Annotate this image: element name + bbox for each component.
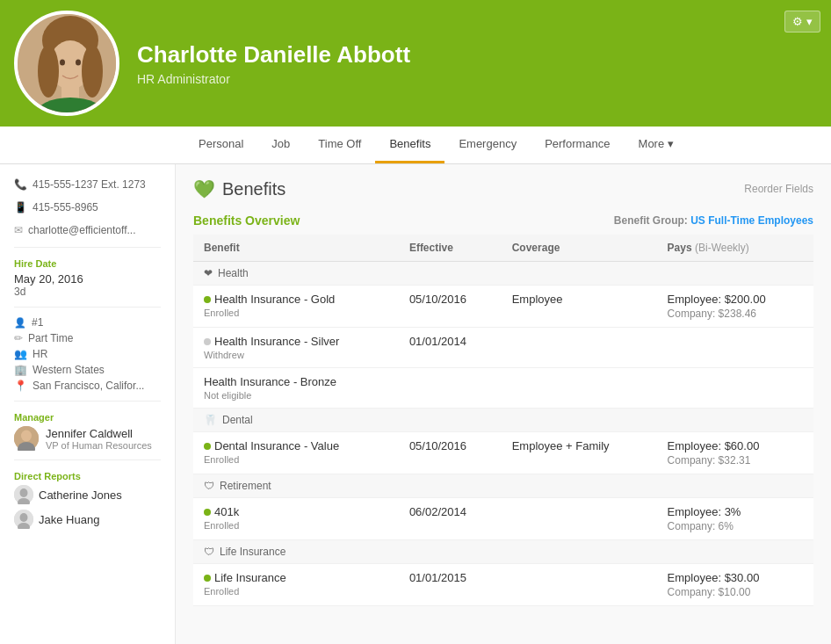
category-dental: 🦷Dental bbox=[193, 409, 813, 432]
header: Charlotte Danielle Abbott HR Administrat… bbox=[0, 0, 831, 127]
content-area: 💚 Benefits Reorder Fields Benefits Overv… bbox=[176, 164, 831, 644]
email-value: charlotte@efficientoff... bbox=[28, 224, 135, 236]
division-icon: 🏢 bbox=[14, 364, 27, 376]
phone-office-value: 415-555-1237 Ext. 1273 bbox=[33, 178, 146, 191]
tab-more[interactable]: More ▾ bbox=[625, 127, 688, 163]
svg-point-7 bbox=[60, 60, 65, 66]
direct-report-jake: Jake Huang bbox=[14, 510, 161, 529]
person-icon-jake bbox=[14, 510, 33, 529]
svg-point-3 bbox=[38, 45, 59, 98]
employee-title: HR Administrator bbox=[137, 72, 817, 86]
table-row: Dental Insurance - Value Enrolled 05/10/… bbox=[193, 432, 813, 474]
benefit-group-info: Benefit Group: US Full-Time Employees bbox=[614, 214, 813, 227]
employee-number: #1 bbox=[32, 316, 43, 329]
employment-type: Part Time bbox=[28, 332, 73, 344]
location: San Francisco, Califor... bbox=[33, 380, 144, 392]
category-retirement: 🛡Retirement bbox=[193, 474, 813, 498]
sidebar-phone-office: 📞 415-555-1237 Ext. 1273 bbox=[14, 178, 161, 191]
manager-name: Jennifer Caldwell bbox=[46, 427, 152, 440]
category-life-insurance: 🛡Life Insurance bbox=[193, 540, 813, 564]
manager-title: VP of Human Resources bbox=[46, 440, 152, 451]
tab-personal[interactable]: Personal bbox=[184, 127, 257, 163]
benefits-table: Benefit Effective Coverage Pays (Bi-Week… bbox=[193, 235, 813, 606]
svg-point-16 bbox=[20, 513, 28, 522]
manager-row: Jennifer Caldwell VP of Human Resources bbox=[14, 426, 161, 451]
table-row: 401k Enrolled 06/02/2014 Employee: 3% Co… bbox=[193, 498, 813, 540]
department: HR bbox=[33, 348, 47, 360]
enrolled-dot bbox=[204, 575, 211, 582]
tab-emergency[interactable]: Emergency bbox=[444, 127, 531, 163]
content-header: 💚 Benefits Reorder Fields bbox=[193, 178, 813, 199]
tab-benefits[interactable]: Benefits bbox=[375, 127, 444, 163]
withdrew-dot bbox=[204, 338, 211, 345]
svg-point-8 bbox=[76, 60, 81, 66]
department-icon: 👥 bbox=[14, 348, 27, 360]
enrolled-dot bbox=[204, 443, 211, 450]
hire-date-value: May 20, 2016 bbox=[14, 272, 161, 286]
page-title-row: 💚 Benefits bbox=[193, 178, 285, 199]
direct-reports-label: Direct Reports bbox=[14, 471, 161, 481]
table-row: Life Insurance Enrolled 01/01/2015 Emplo… bbox=[193, 564, 813, 606]
phone-office-icon: 📞 bbox=[14, 178, 27, 191]
phone-mobile-value: 415-555-8965 bbox=[33, 201, 98, 213]
email-icon: ✉ bbox=[14, 224, 23, 236]
life-insurance-category-icon: 🛡 bbox=[204, 546, 214, 558]
page-title: Benefits bbox=[222, 179, 285, 199]
tab-performance[interactable]: Performance bbox=[531, 127, 624, 163]
employment-type-icon: ✏ bbox=[14, 332, 23, 344]
header-actions: ⚙ ▾ bbox=[784, 11, 820, 33]
benefits-heart-icon: 💚 bbox=[193, 178, 215, 199]
category-health: ❤Health bbox=[193, 262, 813, 286]
manager-avatar bbox=[14, 426, 39, 451]
direct-report-catherine: Catherine Jones bbox=[14, 485, 161, 504]
benefits-overview-header: Benefits Overview Benefit Group: US Full… bbox=[193, 213, 813, 228]
gear-button[interactable]: ⚙ ▾ bbox=[784, 11, 820, 33]
manager-label: Manager bbox=[14, 412, 161, 423]
svg-point-13 bbox=[20, 488, 28, 497]
avatar bbox=[14, 11, 119, 116]
employee-name: Charlotte Danielle Abbott bbox=[137, 41, 817, 69]
tab-job[interactable]: Job bbox=[257, 127, 304, 163]
main-layout: 📞 415-555-1237 Ext. 1273 📱 415-555-8965 … bbox=[0, 164, 831, 644]
table-row: Health Insurance - Silver Withdrew 01/01… bbox=[193, 328, 813, 368]
table-row: Health Insurance - Gold Enrolled 05/10/2… bbox=[193, 286, 813, 328]
retirement-category-icon: 🛡 bbox=[204, 480, 214, 492]
sidebar-phone-mobile: 📱 415-555-8965 bbox=[14, 201, 161, 213]
person-icon-catherine bbox=[14, 485, 33, 504]
tab-time-off[interactable]: Time Off bbox=[304, 127, 375, 163]
table-row: Health Insurance - Bronze Not eligible bbox=[193, 368, 813, 409]
col-pays: Pays (Bi-Weekly) bbox=[657, 235, 813, 262]
direct-report-name-jake: Jake Huang bbox=[39, 513, 99, 526]
svg-point-10 bbox=[21, 431, 32, 442]
nav-tabs: Personal Job Time Off Benefits Emergency… bbox=[0, 127, 831, 164]
col-coverage: Coverage bbox=[502, 235, 657, 262]
manager-info: Jennifer Caldwell VP of Human Resources bbox=[46, 427, 152, 451]
dental-category-icon: 🦷 bbox=[204, 414, 217, 426]
division: Western States bbox=[33, 364, 105, 376]
hire-date-label: Hire Date bbox=[14, 258, 161, 269]
col-benefit: Benefit bbox=[193, 235, 399, 262]
col-effective: Effective bbox=[399, 235, 502, 262]
benefits-overview-title: Benefits Overview bbox=[193, 213, 300, 228]
sidebar: 📞 415-555-1237 Ext. 1273 📱 415-555-8965 … bbox=[0, 164, 176, 644]
hire-date-relative: 3d bbox=[14, 286, 161, 298]
reorder-fields-button[interactable]: Reorder Fields bbox=[744, 183, 813, 195]
location-icon: 📍 bbox=[14, 380, 27, 392]
employee-number-icon: 👤 bbox=[14, 317, 26, 329]
sidebar-email: ✉ charlotte@efficientoff... bbox=[14, 224, 161, 236]
direct-report-name-catherine: Catherine Jones bbox=[39, 488, 122, 502]
benefit-group-link[interactable]: US Full-Time Employees bbox=[690, 214, 813, 227]
phone-mobile-icon: 📱 bbox=[14, 201, 27, 213]
svg-point-4 bbox=[82, 45, 103, 98]
header-info: Charlotte Danielle Abbott HR Administrat… bbox=[137, 41, 817, 86]
enrolled-dot bbox=[204, 296, 211, 303]
enrolled-dot bbox=[204, 509, 211, 516]
health-category-icon: ❤ bbox=[204, 267, 213, 279]
